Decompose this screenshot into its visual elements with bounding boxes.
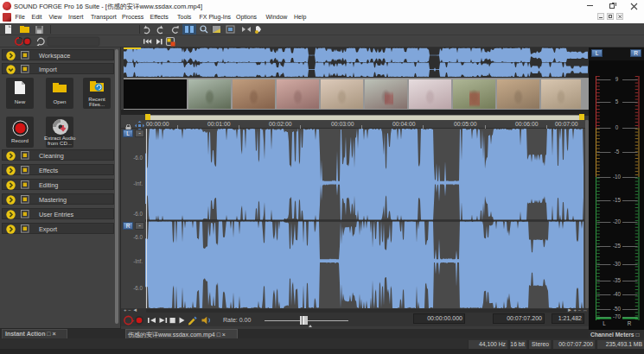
svg-text:-30: -30 [613,261,622,267]
svg-text:-40: -40 [613,291,622,297]
svg-text:-15: -15 [613,197,622,203]
svg-text:-50: -50 [613,306,622,312]
svg-text:-20: -20 [613,218,622,224]
svg-text:-10: -10 [613,174,622,180]
svg-text:5: 5 [615,98,619,104]
svg-text:0: 0 [615,124,619,130]
svg-text:-35: -35 [613,277,622,283]
svg-text:-5: -5 [615,149,620,155]
svg-text:-25: -25 [613,243,622,249]
svg-text:L: L [603,320,606,326]
svg-text:R: R [628,320,632,326]
svg-text:9: 9 [615,76,619,82]
svg-text:-70: -70 [613,313,622,319]
